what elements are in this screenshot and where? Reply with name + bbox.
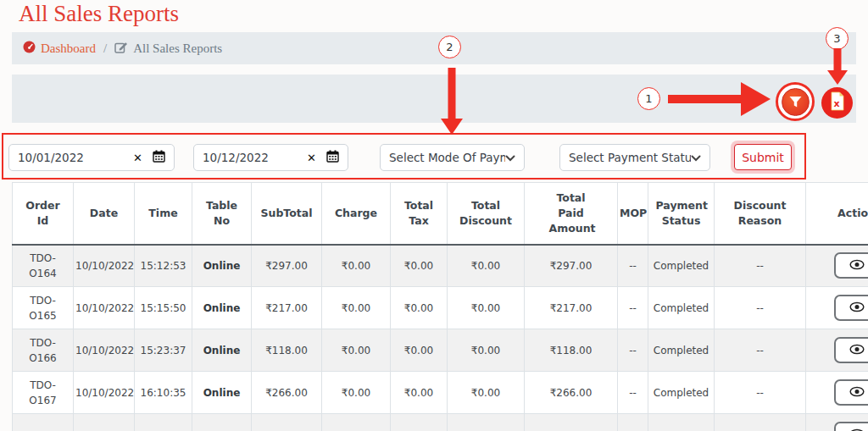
eye-icon: [849, 344, 865, 357]
chevron-down-icon: [505, 151, 515, 164]
calendar-icon[interactable]: [326, 150, 339, 165]
dashboard-gauge-icon: [23, 41, 36, 57]
chevron-down-icon: [691, 151, 701, 164]
calendar-icon[interactable]: [153, 150, 165, 165]
payment-status-select[interactable]: Select Payment Status: [559, 144, 710, 171]
col-time: Time: [135, 183, 192, 245]
col-subtotal: SubTotal: [252, 183, 322, 245]
clear-icon[interactable]: ✕: [133, 152, 142, 164]
breadcrumb-separator: /: [103, 41, 107, 56]
page-title: All Sales Reports: [19, 1, 179, 27]
table-row: TDO-: [13, 414, 868, 431]
date-to-value: 10/12/2022: [203, 151, 307, 164]
eye-icon: [849, 386, 865, 400]
view-order-button[interactable]: [834, 295, 868, 321]
mode-of-payment-value: Select Mode Of Payment: [389, 151, 505, 164]
view-order-button[interactable]: [834, 337, 868, 363]
annotation-marker-2: 2: [438, 36, 461, 58]
toolbar-band: [12, 75, 856, 123]
breadcrumb: Dashboard / All Sales Reports: [12, 32, 856, 64]
annotation-marker-3: 3: [826, 27, 849, 50]
table-row: TDO-O166 10/10/2022 15:23:37 Online ₹118…: [13, 329, 868, 372]
date-to-input[interactable]: 10/12/2022 ✕: [193, 144, 348, 171]
sales-report-table: Order Id Date Time Table No SubTotal Cha…: [12, 182, 868, 431]
excel-file-icon: x: [829, 91, 845, 114]
submit-button[interactable]: Submit: [734, 144, 792, 170]
annotation-marker-1: 1: [637, 87, 660, 110]
date-from-input[interactable]: 10/01/2022 ✕: [8, 144, 175, 171]
export-excel-button[interactable]: x: [821, 87, 853, 119]
col-order-id: Order Id: [13, 183, 74, 245]
view-order-button[interactable]: [834, 379, 868, 406]
table-header-row: Order Id Date Time Table No SubTotal Cha…: [13, 183, 868, 245]
col-date: Date: [74, 183, 135, 245]
mode-of-payment-select[interactable]: Select Mode Of Payment: [380, 144, 525, 171]
svg-text:x: x: [833, 98, 839, 109]
breadcrumb-home-label: Dashboard: [41, 41, 96, 56]
col-mop: MOP: [618, 183, 648, 245]
table-row: TDO-O164 10/10/2022 15:12:53 Online ₹297…: [13, 245, 868, 287]
eye-icon: [849, 259, 865, 273]
col-total-discount: Total Discount: [448, 183, 525, 245]
breadcrumb-current-label: All Sales Reports: [133, 41, 222, 56]
col-total-paid: Total Paid Amount: [525, 183, 618, 245]
view-order-button[interactable]: [834, 422, 868, 431]
col-table-no: Table No: [192, 183, 252, 245]
view-order-button[interactable]: [834, 252, 868, 279]
clear-icon[interactable]: ✕: [307, 152, 316, 164]
edit-icon: [114, 41, 128, 57]
table-row: TDO-O165 10/10/2022 15:15:50 Online ₹217…: [13, 287, 868, 329]
breadcrumb-current: All Sales Reports: [114, 41, 222, 57]
filter-toggle-button[interactable]: [776, 82, 815, 121]
table-row: TDO-O167 10/10/2022 16:10:35 Online ₹266…: [13, 372, 868, 414]
eye-icon: [849, 301, 865, 315]
sales-reports-page: All Sales Reports Dashboard / All Sales …: [0, 0, 868, 431]
col-payment-status: Payment Status: [648, 183, 715, 245]
col-discount-reason: Discount Reason: [715, 183, 806, 245]
col-total-tax: Total Tax: [391, 183, 448, 245]
eye-icon: [849, 428, 865, 431]
date-from-value: 10/01/2022: [18, 151, 133, 164]
payment-status-value: Select Payment Status: [569, 151, 691, 164]
funnel-icon: [782, 88, 810, 116]
breadcrumb-dashboard-link[interactable]: Dashboard: [23, 41, 96, 57]
col-action: Action: [806, 183, 868, 245]
col-charge: Charge: [322, 183, 391, 245]
